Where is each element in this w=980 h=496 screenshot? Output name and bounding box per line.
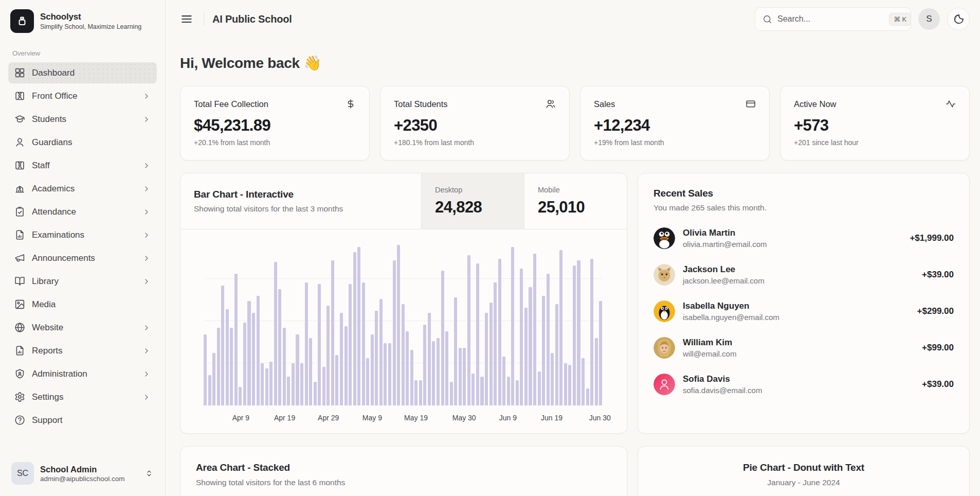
bar xyxy=(357,247,360,405)
bar xyxy=(533,254,536,405)
bar xyxy=(559,250,562,405)
user-email: admin@aipublicschool.com xyxy=(40,475,125,483)
stat-card-sales: Sales+12,234+19% from last month xyxy=(580,86,770,161)
bar xyxy=(450,382,453,405)
bar xyxy=(428,313,431,405)
recent-sales-list: Olivia Martinolivia.martin@email.com+$1,… xyxy=(654,227,954,395)
avatar-blonde-woman xyxy=(654,337,675,359)
bar xyxy=(340,313,343,405)
bar xyxy=(265,368,268,405)
search-box[interactable]: ⌘ K xyxy=(755,7,911,31)
sidebar-item-label: Academics xyxy=(32,184,75,194)
bar xyxy=(419,380,422,405)
user-icon xyxy=(14,137,25,148)
sidebar-item-label: Announcements xyxy=(32,253,95,263)
megaphone-icon xyxy=(14,253,25,263)
bar xyxy=(414,380,418,405)
x-axis-tick: May 30 xyxy=(452,414,476,422)
bar xyxy=(353,252,356,405)
sale-name: William Kim xyxy=(683,338,736,348)
stat-card-active-now: Active Now+573+201 since last hour xyxy=(780,86,970,161)
welcome-heading: Hi, Welcome back 👋 xyxy=(180,55,970,72)
avatar-pink-user xyxy=(654,374,675,395)
x-axis-tick: Apr 19 xyxy=(274,414,295,422)
bar-chart-header: Bar Chart - Interactive Showing total vi… xyxy=(180,173,627,229)
book-open-icon xyxy=(14,276,25,287)
sidebar-toggle-button[interactable] xyxy=(180,11,195,27)
sale-name: Olivia Martin xyxy=(683,228,767,238)
bar xyxy=(551,353,554,405)
sale-amount: +$99.00 xyxy=(922,343,954,353)
moon-stars-icon xyxy=(953,13,965,25)
wave-emoji: 👋 xyxy=(303,55,321,71)
sidebar-item-reports[interactable]: Reports xyxy=(8,340,157,361)
chart-tab-label: Desktop xyxy=(435,186,511,194)
x-axis-tick: Jun 30 xyxy=(589,414,611,422)
chart-tab-desktop[interactable]: Desktop24,828 xyxy=(421,173,524,229)
chevron-right-icon xyxy=(142,185,151,193)
stat-value: $45,231.89 xyxy=(194,116,356,135)
bar xyxy=(388,343,391,405)
sidebar-item-administration[interactable]: Administration xyxy=(8,363,157,384)
bar xyxy=(314,382,317,405)
bar xyxy=(212,353,215,405)
bar xyxy=(586,388,589,405)
user-info: School Admin admin@aipublicschool.com xyxy=(40,465,125,483)
chevron-right-icon xyxy=(142,208,151,216)
stat-label: Total Fee Collection xyxy=(194,99,268,109)
sidebar-item-settings[interactable]: Settings xyxy=(8,386,157,408)
bar xyxy=(362,282,365,405)
sale-name: Sofia Davis xyxy=(683,374,762,384)
main-content: AI Public School ⌘ K S xyxy=(166,0,980,496)
bar xyxy=(524,308,528,405)
sale-email: jackson.lee@email.com xyxy=(683,276,765,285)
bar-chart-tabs: Desktop24,828Mobile25,010 xyxy=(421,173,627,229)
sidebar-item-examinations[interactable]: Examinations xyxy=(8,224,157,245)
search-input[interactable] xyxy=(777,14,884,24)
chart-tab-mobile[interactable]: Mobile25,010 xyxy=(524,173,627,229)
sidebar-item-academics[interactable]: Academics xyxy=(8,178,157,199)
sidebar-item-dashboard[interactable]: Dashboard xyxy=(8,62,157,83)
sale-person: William Kimwill@email.com xyxy=(683,338,736,358)
sidebar-item-staff[interactable]: Staff xyxy=(8,155,157,176)
theme-toggle-button[interactable] xyxy=(947,8,970,30)
sale-person: Sofia Davissofia.davis@email.com xyxy=(683,374,762,395)
sidebar-item-guardians[interactable]: Guardians xyxy=(8,132,157,153)
stat-label: Total Students xyxy=(394,99,448,109)
bar-chart-plot[interactable] xyxy=(204,237,602,405)
sidebar-item-label: Dashboard xyxy=(32,68,75,78)
sidebar-item-front-office[interactable]: Front Office xyxy=(8,85,157,107)
users-icon xyxy=(546,99,556,109)
globe-icon xyxy=(14,322,25,333)
bar-series xyxy=(204,237,602,405)
sidebar-item-website[interactable]: Website xyxy=(8,317,157,338)
sidebar-item-media[interactable]: Media xyxy=(8,294,157,315)
bar xyxy=(564,363,567,405)
sidebar-item-label: Students xyxy=(32,114,66,125)
area-chart-subtitle: Showing total visitors for the last 6 mo… xyxy=(196,478,611,487)
credit-card-icon xyxy=(746,99,756,109)
bar xyxy=(485,313,488,405)
sidebar-item-students[interactable]: Students xyxy=(8,109,157,130)
bar xyxy=(454,297,457,405)
sidebar-item-attendance[interactable]: Attendance xyxy=(8,201,157,222)
user-menu-button[interactable]: SC School Admin admin@aipublicschool.com xyxy=(8,458,157,489)
search-shortcut-badge: ⌘ K xyxy=(889,13,911,26)
sidebar-item-announcements[interactable]: Announcements xyxy=(8,247,157,269)
bar xyxy=(296,334,299,405)
sidebar-item-support[interactable]: Support xyxy=(8,410,157,431)
sidebar-item-label: Library xyxy=(32,276,59,287)
x-axis-tick: Jun 9 xyxy=(499,414,517,422)
chevron-right-icon xyxy=(142,254,151,262)
recent-sales-subtitle: You made 265 sales this month. xyxy=(654,203,954,212)
bar-chart-title: Bar Chart - Interactive xyxy=(194,189,408,200)
graduation-cap-icon xyxy=(14,114,25,125)
bar xyxy=(542,296,545,405)
stat-value: +12,234 xyxy=(594,116,756,135)
bar xyxy=(375,311,378,405)
pie-chart-subtitle: January - June 2024 xyxy=(654,478,954,487)
id-badge-icon xyxy=(14,160,25,171)
profile-avatar[interactable]: S xyxy=(918,8,940,30)
chevrons-up-down-icon xyxy=(144,469,154,478)
sidebar-item-library[interactable]: Library xyxy=(8,271,157,292)
